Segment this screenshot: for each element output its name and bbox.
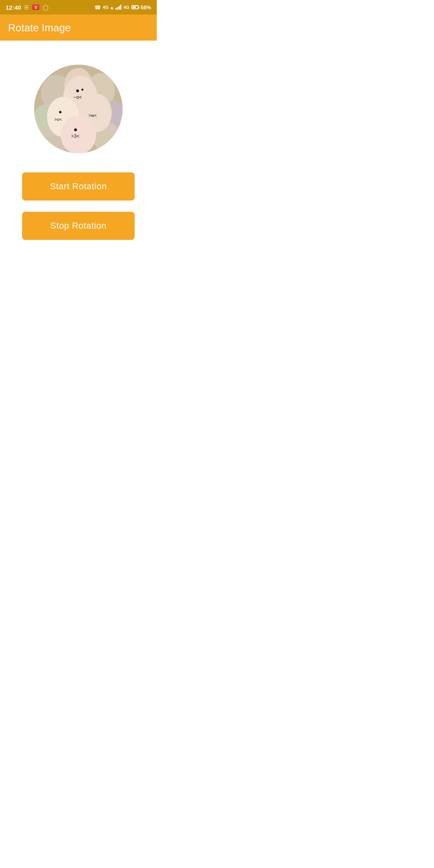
egg-svg: ~o< >o< >w< >3< bbox=[34, 65, 123, 153]
svg-text:~o<: ~o< bbox=[74, 94, 82, 100]
message-icon: ☵ bbox=[24, 4, 29, 10]
svg-point-18 bbox=[74, 129, 77, 131]
battery-fill bbox=[133, 6, 136, 8]
network-label-1: 4G bbox=[103, 5, 109, 10]
signal-bar-4 bbox=[120, 5, 121, 10]
signal-bar-2 bbox=[117, 7, 118, 10]
battery-percent: 58% bbox=[141, 4, 151, 10]
signal-bars bbox=[115, 5, 121, 10]
stop-rotation-button[interactable]: Stop Rotation bbox=[22, 212, 135, 240]
svg-point-10 bbox=[82, 89, 84, 91]
main-content: ~o< >o< >w< >3< Start Rotation bbox=[0, 41, 157, 256]
p-icon: ◯ bbox=[43, 4, 49, 10]
svg-text:>w<: >w< bbox=[88, 113, 97, 118]
egg-image: ~o< >o< >w< >3< bbox=[34, 65, 123, 153]
start-rotation-button[interactable]: Start Rotation bbox=[22, 172, 135, 201]
network-label-2: 4G bbox=[123, 5, 129, 10]
status-left: 12:40 ☵ V ◯ bbox=[6, 4, 49, 11]
call-icon: ☎ bbox=[94, 4, 101, 10]
page-title: Rotate Image bbox=[8, 22, 71, 34]
signal-bar-3 bbox=[119, 6, 120, 10]
battery-icon bbox=[131, 5, 139, 9]
svg-point-9 bbox=[76, 90, 79, 92]
status-time: 12:40 bbox=[6, 4, 21, 11]
rotate-image-container: ~o< >o< >w< >3< bbox=[34, 65, 123, 153]
svg-text:>o<: >o< bbox=[54, 117, 62, 122]
wifi-icon: ▴ bbox=[111, 4, 113, 10]
svg-text:>3<: >3< bbox=[71, 133, 80, 139]
app-bar: Rotate Image bbox=[0, 14, 157, 41]
status-bar: 12:40 ☵ V ◯ ☎ 4G ▴ 4G 58% bbox=[0, 0, 157, 14]
signal-bar-1 bbox=[115, 8, 117, 10]
v-icon: V bbox=[32, 4, 39, 10]
svg-point-13 bbox=[59, 111, 61, 113]
status-right: ☎ 4G ▴ 4G 58% bbox=[94, 4, 151, 10]
